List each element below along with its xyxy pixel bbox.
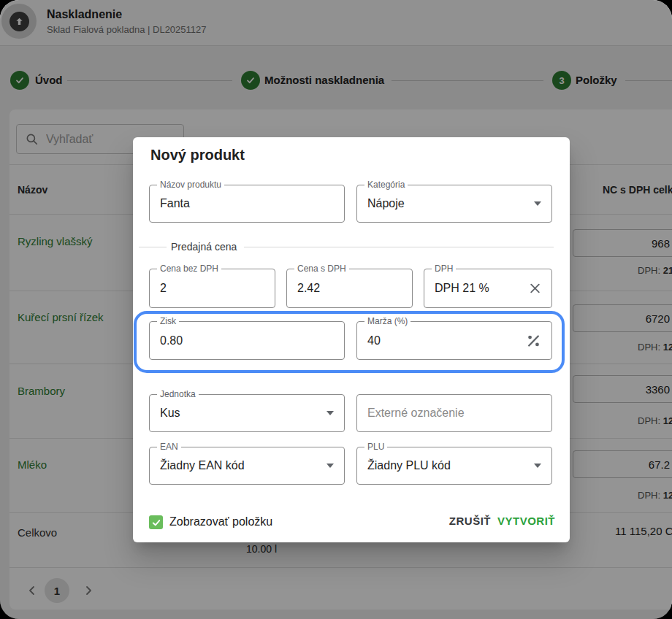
field-value: 0.80	[160, 334, 183, 347]
field-value: Žiadny EAN kód	[160, 459, 245, 472]
field-label: Cena bez DPH	[157, 264, 221, 274]
field-label: Cena s DPH	[294, 264, 349, 274]
vat-select[interactable]: DPH DPH 21 %	[424, 269, 552, 308]
field-label: Názov produktu	[157, 180, 224, 191]
plu-select[interactable]: PLU Žiadny PLU kód	[356, 447, 552, 485]
chevron-down-icon	[534, 464, 541, 468]
chevron-down-icon	[327, 464, 334, 468]
section-divider	[139, 247, 167, 247]
margin-field[interactable]: Marža (%) 40	[356, 321, 552, 360]
show-item-checkbox[interactable]	[149, 515, 163, 529]
app-window: Naskladnenie Sklad Fialová pokladna | DL…	[0, 0, 672, 619]
create-button[interactable]: VYTVORIŤ	[497, 515, 555, 527]
cancel-button[interactable]: ZRUŠIŤ	[449, 515, 491, 527]
field-placeholder: Externé označenie	[367, 407, 465, 420]
unit-select[interactable]: Jednotka Kus	[149, 394, 345, 432]
chevron-down-icon	[327, 411, 334, 415]
field-value: Kus	[160, 407, 180, 420]
new-product-dialog: Nový produkt Názov produktu Fanta Kategó…	[133, 137, 570, 542]
field-value: 2.42	[297, 282, 320, 295]
field-value: Nápoje	[367, 197, 405, 210]
external-label-field[interactable]: Externé označenie	[356, 394, 552, 432]
category-select[interactable]: Kategória Nápoje	[356, 185, 552, 223]
dialog-title: Nový produkt	[150, 147, 245, 164]
field-label: PLU	[364, 442, 387, 453]
section-divider	[244, 247, 554, 247]
field-value: Fanta	[160, 197, 190, 210]
price-with-vat-field[interactable]: Cena s DPH 2.42	[286, 269, 413, 308]
field-label: EAN	[157, 442, 181, 453]
field-label: Kategória	[364, 180, 408, 191]
field-label: Jednotka	[157, 389, 199, 400]
field-label: Zisk	[157, 316, 179, 327]
show-item-label: Zobrazovať položku	[169, 515, 272, 528]
chevron-down-icon	[534, 201, 541, 206]
price-section-label: Predajná cena	[171, 241, 237, 253]
field-value: DPH 21 %	[435, 282, 489, 295]
field-value: 2	[160, 282, 167, 295]
percent-icon	[526, 333, 541, 348]
field-value: Žiadny PLU kód	[367, 459, 451, 472]
clear-icon[interactable]	[529, 282, 541, 295]
field-label: Marža (%)	[364, 316, 411, 327]
check-icon	[151, 518, 161, 528]
product-name-field[interactable]: Názov produktu Fanta	[149, 185, 345, 223]
ean-select[interactable]: EAN Žiadny EAN kód	[149, 447, 345, 485]
field-value: 40	[367, 334, 381, 347]
price-without-vat-field[interactable]: Cena bez DPH 2	[149, 269, 275, 308]
field-label: DPH	[432, 264, 456, 274]
profit-field[interactable]: Zisk 0.80	[149, 321, 345, 360]
